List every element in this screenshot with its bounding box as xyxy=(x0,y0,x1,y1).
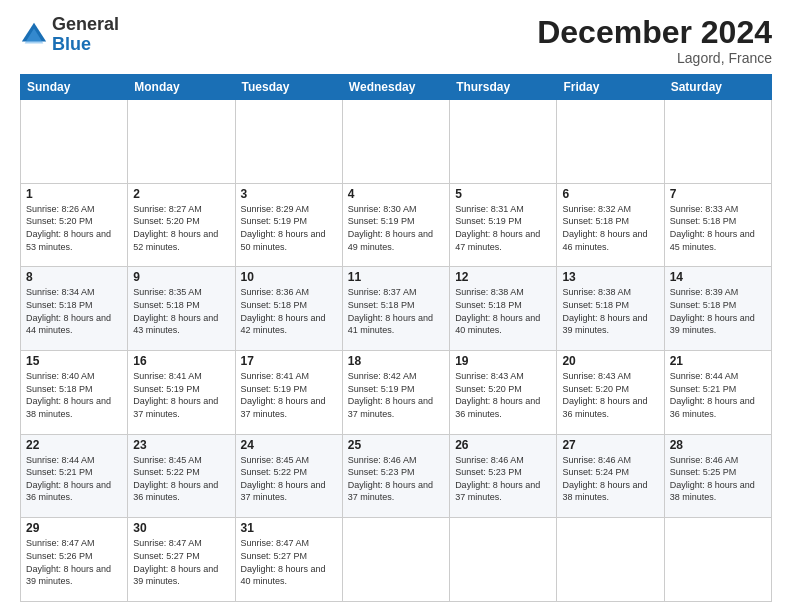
day-header-sunday: Sunday xyxy=(21,75,128,100)
day-info: Sunrise: 8:47 AMSunset: 5:26 PMDaylight:… xyxy=(26,537,122,587)
day-header-saturday: Saturday xyxy=(664,75,771,100)
logo: General Blue xyxy=(20,15,119,55)
week-row-3: 15Sunrise: 8:40 AMSunset: 5:18 PMDayligh… xyxy=(21,351,772,435)
day-info: Sunrise: 8:38 AMSunset: 5:18 PMDaylight:… xyxy=(455,286,551,336)
week-row-0 xyxy=(21,100,772,184)
day-cell: 14Sunrise: 8:39 AMSunset: 5:18 PMDayligh… xyxy=(664,267,771,351)
day-number: 7 xyxy=(670,187,766,201)
day-info: Sunrise: 8:46 AMSunset: 5:23 PMDaylight:… xyxy=(455,454,551,504)
day-info: Sunrise: 8:27 AMSunset: 5:20 PMDaylight:… xyxy=(133,203,229,253)
day-header-monday: Monday xyxy=(128,75,235,100)
day-cell: 4Sunrise: 8:30 AMSunset: 5:19 PMDaylight… xyxy=(342,183,449,267)
day-number: 5 xyxy=(455,187,551,201)
day-cell: 31Sunrise: 8:47 AMSunset: 5:27 PMDayligh… xyxy=(235,518,342,602)
day-cell: 18Sunrise: 8:42 AMSunset: 5:19 PMDayligh… xyxy=(342,351,449,435)
day-cell: 8Sunrise: 8:34 AMSunset: 5:18 PMDaylight… xyxy=(21,267,128,351)
days-header-row: SundayMondayTuesdayWednesdayThursdayFrid… xyxy=(21,75,772,100)
month-title: December 2024 xyxy=(537,15,772,50)
day-number: 3 xyxy=(241,187,337,201)
day-info: Sunrise: 8:47 AMSunset: 5:27 PMDaylight:… xyxy=(133,537,229,587)
day-number: 27 xyxy=(562,438,658,452)
day-cell: 1Sunrise: 8:26 AMSunset: 5:20 PMDaylight… xyxy=(21,183,128,267)
day-header-thursday: Thursday xyxy=(450,75,557,100)
day-header-friday: Friday xyxy=(557,75,664,100)
day-info: Sunrise: 8:39 AMSunset: 5:18 PMDaylight:… xyxy=(670,286,766,336)
day-info: Sunrise: 8:34 AMSunset: 5:18 PMDaylight:… xyxy=(26,286,122,336)
day-number: 25 xyxy=(348,438,444,452)
day-cell: 11Sunrise: 8:37 AMSunset: 5:18 PMDayligh… xyxy=(342,267,449,351)
day-info: Sunrise: 8:47 AMSunset: 5:27 PMDaylight:… xyxy=(241,537,337,587)
week-row-5: 29Sunrise: 8:47 AMSunset: 5:26 PMDayligh… xyxy=(21,518,772,602)
day-info: Sunrise: 8:35 AMSunset: 5:18 PMDaylight:… xyxy=(133,286,229,336)
day-cell xyxy=(450,100,557,184)
day-number: 22 xyxy=(26,438,122,452)
day-number: 20 xyxy=(562,354,658,368)
day-info: Sunrise: 8:30 AMSunset: 5:19 PMDaylight:… xyxy=(348,203,444,253)
day-info: Sunrise: 8:38 AMSunset: 5:18 PMDaylight:… xyxy=(562,286,658,336)
day-number: 11 xyxy=(348,270,444,284)
day-cell xyxy=(557,100,664,184)
day-cell: 2Sunrise: 8:27 AMSunset: 5:20 PMDaylight… xyxy=(128,183,235,267)
day-cell: 16Sunrise: 8:41 AMSunset: 5:19 PMDayligh… xyxy=(128,351,235,435)
day-info: Sunrise: 8:46 AMSunset: 5:25 PMDaylight:… xyxy=(670,454,766,504)
day-cell: 7Sunrise: 8:33 AMSunset: 5:18 PMDaylight… xyxy=(664,183,771,267)
week-row-2: 8Sunrise: 8:34 AMSunset: 5:18 PMDaylight… xyxy=(21,267,772,351)
day-info: Sunrise: 8:40 AMSunset: 5:18 PMDaylight:… xyxy=(26,370,122,420)
day-info: Sunrise: 8:46 AMSunset: 5:23 PMDaylight:… xyxy=(348,454,444,504)
day-cell: 20Sunrise: 8:43 AMSunset: 5:20 PMDayligh… xyxy=(557,351,664,435)
day-info: Sunrise: 8:46 AMSunset: 5:24 PMDaylight:… xyxy=(562,454,658,504)
day-cell: 22Sunrise: 8:44 AMSunset: 5:21 PMDayligh… xyxy=(21,434,128,518)
day-number: 21 xyxy=(670,354,766,368)
day-cell xyxy=(342,100,449,184)
day-cell: 27Sunrise: 8:46 AMSunset: 5:24 PMDayligh… xyxy=(557,434,664,518)
day-cell: 26Sunrise: 8:46 AMSunset: 5:23 PMDayligh… xyxy=(450,434,557,518)
day-cell: 23Sunrise: 8:45 AMSunset: 5:22 PMDayligh… xyxy=(128,434,235,518)
day-number: 24 xyxy=(241,438,337,452)
day-info: Sunrise: 8:43 AMSunset: 5:20 PMDaylight:… xyxy=(455,370,551,420)
title-section: December 2024 Lagord, France xyxy=(537,15,772,66)
day-info: Sunrise: 8:41 AMSunset: 5:19 PMDaylight:… xyxy=(133,370,229,420)
day-cell: 12Sunrise: 8:38 AMSunset: 5:18 PMDayligh… xyxy=(450,267,557,351)
week-row-1: 1Sunrise: 8:26 AMSunset: 5:20 PMDaylight… xyxy=(21,183,772,267)
day-number: 28 xyxy=(670,438,766,452)
day-cell: 17Sunrise: 8:41 AMSunset: 5:19 PMDayligh… xyxy=(235,351,342,435)
day-info: Sunrise: 8:44 AMSunset: 5:21 PMDaylight:… xyxy=(670,370,766,420)
page: General Blue December 2024 Lagord, Franc… xyxy=(0,0,792,612)
day-header-wednesday: Wednesday xyxy=(342,75,449,100)
day-cell xyxy=(235,100,342,184)
day-cell xyxy=(664,100,771,184)
day-info: Sunrise: 8:26 AMSunset: 5:20 PMDaylight:… xyxy=(26,203,122,253)
day-info: Sunrise: 8:37 AMSunset: 5:18 PMDaylight:… xyxy=(348,286,444,336)
header: General Blue December 2024 Lagord, Franc… xyxy=(20,15,772,66)
day-info: Sunrise: 8:42 AMSunset: 5:19 PMDaylight:… xyxy=(348,370,444,420)
day-cell: 5Sunrise: 8:31 AMSunset: 5:19 PMDaylight… xyxy=(450,183,557,267)
week-row-4: 22Sunrise: 8:44 AMSunset: 5:21 PMDayligh… xyxy=(21,434,772,518)
day-cell: 28Sunrise: 8:46 AMSunset: 5:25 PMDayligh… xyxy=(664,434,771,518)
day-number: 1 xyxy=(26,187,122,201)
day-cell: 6Sunrise: 8:32 AMSunset: 5:18 PMDaylight… xyxy=(557,183,664,267)
day-number: 6 xyxy=(562,187,658,201)
day-cell: 21Sunrise: 8:44 AMSunset: 5:21 PMDayligh… xyxy=(664,351,771,435)
logo-icon xyxy=(20,21,48,49)
day-cell: 29Sunrise: 8:47 AMSunset: 5:26 PMDayligh… xyxy=(21,518,128,602)
day-cell: 10Sunrise: 8:36 AMSunset: 5:18 PMDayligh… xyxy=(235,267,342,351)
day-number: 4 xyxy=(348,187,444,201)
day-info: Sunrise: 8:45 AMSunset: 5:22 PMDaylight:… xyxy=(241,454,337,504)
day-cell xyxy=(664,518,771,602)
day-cell xyxy=(342,518,449,602)
day-number: 10 xyxy=(241,270,337,284)
day-cell: 24Sunrise: 8:45 AMSunset: 5:22 PMDayligh… xyxy=(235,434,342,518)
day-cell: 25Sunrise: 8:46 AMSunset: 5:23 PMDayligh… xyxy=(342,434,449,518)
day-cell: 13Sunrise: 8:38 AMSunset: 5:18 PMDayligh… xyxy=(557,267,664,351)
day-cell xyxy=(557,518,664,602)
day-cell xyxy=(450,518,557,602)
day-cell xyxy=(21,100,128,184)
day-info: Sunrise: 8:31 AMSunset: 5:19 PMDaylight:… xyxy=(455,203,551,253)
day-info: Sunrise: 8:41 AMSunset: 5:19 PMDaylight:… xyxy=(241,370,337,420)
day-header-tuesday: Tuesday xyxy=(235,75,342,100)
day-number: 29 xyxy=(26,521,122,535)
calendar-table: SundayMondayTuesdayWednesdayThursdayFrid… xyxy=(20,74,772,602)
day-cell: 30Sunrise: 8:47 AMSunset: 5:27 PMDayligh… xyxy=(128,518,235,602)
day-cell: 3Sunrise: 8:29 AMSunset: 5:19 PMDaylight… xyxy=(235,183,342,267)
logo-text: General Blue xyxy=(52,15,119,55)
